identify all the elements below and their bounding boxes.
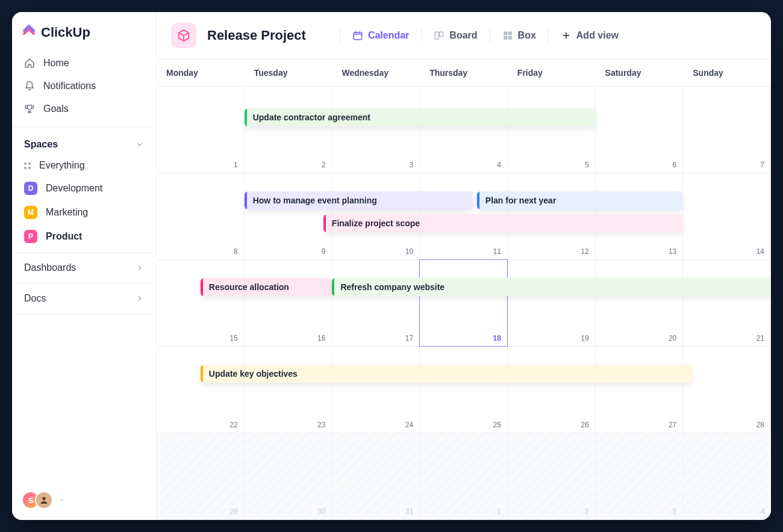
add-view-button[interactable]: Add view <box>552 26 627 45</box>
view-board[interactable]: Board <box>425 26 485 45</box>
caret-down-icon[interactable] <box>59 497 65 503</box>
event-label: Update contractor agreement <box>253 113 370 122</box>
calendar-cell[interactable]: 3 <box>596 433 684 519</box>
calendar-cell[interactable]: 5 <box>508 87 596 173</box>
sidebar-item-everything[interactable]: Everything <box>17 155 151 176</box>
event-label: Update key objectives <box>209 369 298 379</box>
calendar-cell[interactable]: 1 <box>157 87 245 173</box>
calendar-cell[interactable]: 18 <box>420 260 508 346</box>
spaces-header[interactable]: Spaces <box>17 134 151 155</box>
calendar-week: 15161718192021Resource allocationRefresh… <box>157 260 771 347</box>
calendar-cell[interactable]: 9 <box>245 173 332 259</box>
calendar-cell[interactable]: 28 <box>683 347 771 433</box>
avatar-user-2[interactable] <box>35 491 53 509</box>
calendar-cell[interactable]: 31 <box>332 433 420 519</box>
date-number: 5 <box>585 161 589 169</box>
space-badge: P <box>24 230 37 243</box>
svg-rect-3 <box>440 32 443 37</box>
calendar-week: 891011121314How to manage event planning… <box>157 173 771 260</box>
plus-icon <box>561 30 572 41</box>
calendar-event[interactable]: Resource allocation <box>201 278 332 296</box>
date-number: 22 <box>229 421 237 429</box>
project-icon[interactable] <box>171 23 196 48</box>
calendar-cell[interactable]: 14 <box>683 173 771 259</box>
calendar-cell[interactable]: 26 <box>508 347 596 433</box>
calendar-cell[interactable]: 15 <box>157 260 245 346</box>
view-box[interactable]: Box <box>494 26 544 45</box>
date-number: 2 <box>585 507 589 516</box>
day-header: Wednesday <box>332 60 420 87</box>
calendar-cell[interactable]: 23 <box>245 347 332 433</box>
calendar-cell[interactable]: 22 <box>157 347 245 433</box>
calendar-cell[interactable]: 29 <box>157 433 245 519</box>
view-calendar-label: Calendar <box>368 30 409 41</box>
nav-dashboards[interactable]: Dashboards <box>12 253 156 283</box>
calendar-weeks: 1234567Update contractor agreement891011… <box>157 87 771 520</box>
nav-goals[interactable]: Goals <box>17 97 151 120</box>
event-label: Plan for next year <box>485 196 557 205</box>
calendar-cell[interactable]: 2 <box>245 87 332 173</box>
add-view-label: Add view <box>576 30 619 41</box>
trophy-icon <box>24 104 35 114</box>
calendar-week: 2930311234 <box>157 433 771 520</box>
calendar-cell[interactable]: 30 <box>245 433 332 519</box>
sidebar-item-product[interactable]: P Product <box>17 224 151 249</box>
date-number: 28 <box>756 421 764 429</box>
date-number: 13 <box>669 247 676 256</box>
date-number: 25 <box>493 421 501 429</box>
svg-rect-4 <box>504 31 507 35</box>
board-icon <box>434 30 445 41</box>
event-status-bar <box>201 278 203 296</box>
chevron-down-icon <box>136 140 144 149</box>
calendar-cell[interactable]: 4 <box>420 87 508 173</box>
calendar-event[interactable]: Update key objectives <box>201 365 692 383</box>
calendar-cell[interactable]: 3 <box>332 87 420 173</box>
sidebar-item-marketing[interactable]: M Marketing <box>17 200 151 224</box>
event-status-bar <box>245 108 247 126</box>
calendar-cell[interactable]: 4 <box>683 433 771 519</box>
calendar-event[interactable]: Plan for next year <box>477 191 683 209</box>
view-calendar[interactable]: Calendar <box>344 26 417 45</box>
svg-point-0 <box>42 497 45 500</box>
calendar-cell[interactable]: 1 <box>420 433 508 519</box>
calendar-event[interactable]: Finalize project scope <box>323 214 683 232</box>
calendar-cell[interactable]: 21 <box>683 260 771 346</box>
date-number: 31 <box>405 507 413 516</box>
cube-icon <box>177 29 190 42</box>
docs-label: Docs <box>24 293 46 304</box>
avatar-stack[interactable]: S <box>22 491 53 509</box>
calendar-cell[interactable]: 6 <box>596 87 684 173</box>
calendar-event[interactable]: How to manage event planning <box>245 191 473 209</box>
nav-notifications[interactable]: Notifications <box>17 75 151 97</box>
date-number: 8 <box>234 247 238 256</box>
nav-docs[interactable]: Docs <box>12 283 156 314</box>
calendar-cell[interactable]: 20 <box>596 260 684 346</box>
svg-rect-2 <box>435 32 439 39</box>
sidebar-item-development[interactable]: D Development <box>17 176 151 200</box>
calendar-cell[interactable]: 8 <box>157 173 245 259</box>
date-number: 19 <box>581 334 588 342</box>
brand[interactable]: ClickUp <box>12 12 156 52</box>
nav-home[interactable]: Home <box>17 52 151 75</box>
spaces-section: Spaces Everything D Development M Market… <box>12 126 156 252</box>
date-number: 9 <box>322 247 326 256</box>
clickup-logo-icon <box>22 24 36 41</box>
calendar-event[interactable]: Update contractor agreement <box>245 108 596 126</box>
calendar-cell[interactable]: 19 <box>508 260 596 346</box>
calendar-cell[interactable]: 7 <box>683 87 771 173</box>
calendar-cell[interactable]: 16 <box>245 260 332 346</box>
calendar-cell[interactable]: 27 <box>596 347 684 433</box>
home-icon <box>24 58 35 69</box>
calendar-cell[interactable]: 24 <box>332 347 420 433</box>
date-number: 24 <box>405 421 413 429</box>
calendar-cell[interactable]: 17 <box>332 260 420 346</box>
project-title: Release Project <box>207 28 306 43</box>
calendar-cell[interactable]: 2 <box>508 433 596 519</box>
calendar-cell[interactable]: 25 <box>420 347 508 433</box>
calendar-event[interactable]: Refresh company website <box>332 278 771 296</box>
date-number: 20 <box>669 334 676 342</box>
svg-rect-1 <box>354 32 362 40</box>
spaces-header-label: Spaces <box>24 139 58 150</box>
main-content: Release Project Calendar Board Box <box>157 12 771 520</box>
bell-icon <box>24 81 35 91</box>
